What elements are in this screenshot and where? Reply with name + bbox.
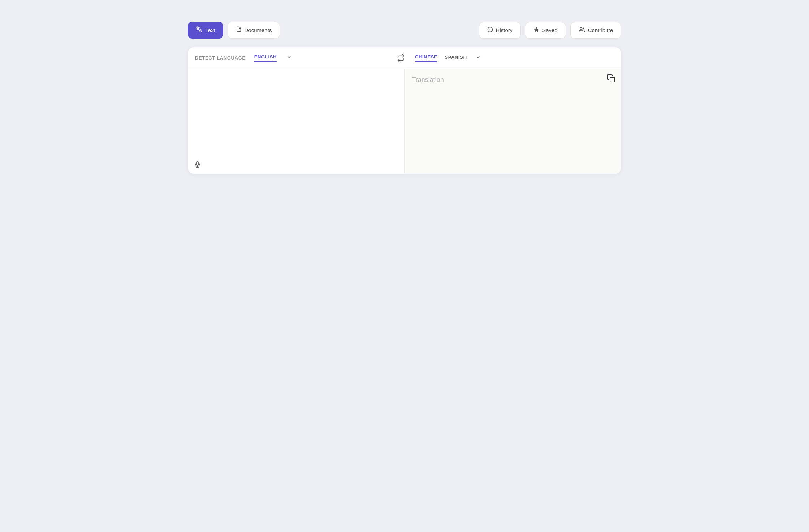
documents-tab-button[interactable]: Documents <box>228 22 280 39</box>
history-button[interactable]: History <box>479 22 521 39</box>
source-panel <box>188 69 405 174</box>
text-tab-label: Text <box>205 27 215 33</box>
target-panel: Translation <box>405 69 622 174</box>
source-panel-actions <box>194 161 201 169</box>
chinese-language-option[interactable]: CHINESE <box>415 54 437 62</box>
svg-rect-5 <box>610 77 615 82</box>
english-language-option[interactable]: ENGLISH <box>254 54 277 62</box>
language-bar: DETECT LANGUAGE ENGLISH C <box>188 47 621 69</box>
star-icon <box>533 27 539 34</box>
source-text-input[interactable] <box>195 75 397 156</box>
translation-output: Translation <box>412 75 614 84</box>
swap-languages-button[interactable] <box>394 51 408 65</box>
saved-button[interactable]: Saved <box>525 22 566 39</box>
document-icon <box>236 26 242 34</box>
detect-language-option[interactable]: DETECT LANGUAGE <box>195 55 246 61</box>
copy-translation-button[interactable] <box>607 74 615 83</box>
target-language-dropdown[interactable] <box>474 53 482 63</box>
contribute-button[interactable]: Contribute <box>570 22 621 39</box>
target-language-section: CHINESE SPANISH <box>408 53 614 63</box>
documents-tab-label: Documents <box>245 27 272 33</box>
people-icon <box>579 27 585 34</box>
svg-marker-1 <box>534 27 539 32</box>
history-label: History <box>496 27 513 33</box>
translation-panels: Translation <box>188 69 621 174</box>
svg-point-2 <box>580 27 582 29</box>
source-language-dropdown[interactable] <box>285 53 293 63</box>
history-icon <box>487 27 493 34</box>
microphone-button[interactable] <box>194 161 201 169</box>
saved-label: Saved <box>542 27 558 33</box>
toolbar: Text Documents <box>188 22 621 39</box>
app-container: Text Documents <box>188 22 621 174</box>
spanish-language-option[interactable]: SPANISH <box>445 54 467 61</box>
contribute-label: Contribute <box>588 27 613 33</box>
toolbar-left: Text Documents <box>188 22 280 39</box>
target-panel-actions <box>607 74 615 83</box>
translate-icon <box>196 26 202 34</box>
toolbar-right: History Saved <box>479 22 621 39</box>
source-language-section: DETECT LANGUAGE ENGLISH <box>195 53 394 63</box>
translation-card: DETECT LANGUAGE ENGLISH C <box>188 47 621 174</box>
text-tab-button[interactable]: Text <box>188 22 223 39</box>
